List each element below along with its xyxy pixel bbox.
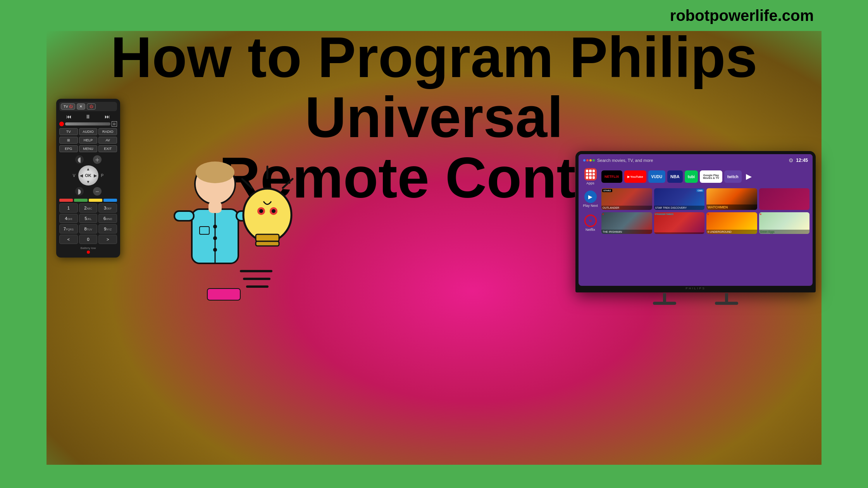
num-5[interactable]: 5JKL (79, 214, 98, 223)
svg-rect-7 (200, 227, 209, 234)
svg-line-13 (283, 179, 293, 188)
ok-button[interactable]: ▲ ▼ ◀ ▶ OK (78, 165, 98, 186)
netflix-icon: N (584, 215, 597, 227)
vudu-app[interactable]: VUDU (648, 170, 665, 183)
tubi-app[interactable]: tubi (685, 170, 698, 183)
svg-point-4 (213, 225, 217, 229)
google-play-app[interactable]: Google PlayMovies & TV (700, 170, 722, 183)
show-watchmen[interactable]: WATCHMEN (706, 188, 757, 210)
num-4[interactable]: 4GHI (59, 214, 78, 223)
svg-rect-8 (174, 211, 194, 221)
pause-button[interactable]: ⏸ (85, 113, 91, 120)
power-button[interactable]: ⏻ (87, 103, 96, 110)
volume-up-button[interactable]: ◖ (75, 155, 84, 164)
more-apps-button[interactable]: ▶ (744, 170, 754, 183)
epg-button[interactable]: EPG (59, 145, 78, 152)
right-arrow: ▶ (94, 174, 97, 178)
show-title-watchmen: WATCHMEN (706, 204, 757, 210)
apps-icon-block[interactable]: Apps (582, 168, 599, 185)
exit-button[interactable]: EXIT (98, 145, 117, 152)
nav-cluster: ◖ ＋ V ▲ ▼ ◀ ▶ OK P ◗ － (59, 155, 117, 196)
teletext-button[interactable]: ⊞ (112, 121, 117, 127)
settings-icon[interactable]: ⚙ (789, 157, 794, 163)
av-button[interactable]: AV (98, 137, 117, 144)
nav-bottom-row: ◗ － (75, 187, 102, 196)
show-irishman[interactable]: N THE IRISHMAN (601, 212, 652, 234)
help-button[interactable]: HELP (79, 137, 98, 144)
show-green-eggs[interactable]: N Green Eggs (759, 212, 810, 234)
tv-content-area: Apps NETFLIX ▶ YouTube VUDU NBA tubi Goo… (579, 167, 813, 235)
num-9[interactable]: 9XYZ (98, 224, 117, 234)
slider-row: ⊞ (59, 121, 117, 127)
svg-rect-16 (256, 241, 279, 246)
remote-control: TV ⏻ ✕ ⏻ ⏮ ⏸ ⏭ ⊞ TV AUDIO RADIO ⊞ HELP A… (56, 99, 120, 258)
subtitles-button[interactable]: ⊞ (59, 137, 78, 144)
netflix-badge-1: N (602, 213, 604, 215)
channel-up-button[interactable]: ＋ (93, 155, 102, 164)
grid-dot (586, 170, 589, 172)
netflix-app[interactable]: NETFLIX (601, 170, 622, 183)
channel-label: P (101, 174, 104, 178)
menu-button[interactable]: MENU (79, 145, 98, 152)
youtube-app[interactable]: ▶ YouTube (624, 170, 646, 183)
show-title-outlander: OUTLANDER (601, 206, 652, 210)
nba-app[interactable]: NBA (667, 170, 683, 183)
blue-button[interactable] (103, 199, 117, 202)
yellow-button[interactable] (89, 199, 102, 202)
function-row-3: EPG MENU EXIT (59, 145, 117, 152)
stand-leg-right (725, 293, 728, 302)
num-8[interactable]: 8TUV (79, 224, 98, 234)
show-thumbnails-row: STARZ OUTLANDER CBS STAR TREK DISCOVERY (601, 188, 809, 210)
svg-point-20 (272, 209, 276, 213)
tv-fn-button[interactable]: TV (59, 128, 78, 135)
audio-button[interactable]: AUDIO (79, 128, 98, 135)
play-next-block[interactable]: ▶ Play Next (582, 191, 599, 208)
search-placeholder: Search movies, TV, and more (597, 158, 653, 163)
num-3[interactable]: 3DEF (98, 203, 117, 213)
num-2[interactable]: 2ABC (79, 203, 98, 213)
show-stranger-things[interactable]: STRANGER THINGS (654, 212, 705, 234)
radio-button[interactable]: RADIO (98, 128, 117, 135)
battery-indicator (87, 251, 90, 254)
netflix-icon-block[interactable]: N Netflix (582, 215, 599, 232)
volume-down-button[interactable]: ◗ (75, 187, 84, 196)
num-6[interactable]: 6MNO (98, 214, 117, 223)
tv-screen: Search movies, TV, and more ⚙ 12:45 (579, 154, 813, 286)
battery-label: Battery low (59, 246, 117, 250)
tv-brand-label: PHILIPS (579, 287, 813, 290)
num-0[interactable]: 0 (79, 235, 98, 244)
green-button[interactable] (74, 199, 88, 202)
num-1[interactable]: 1 (59, 203, 78, 213)
nav-top-row: ◖ ＋ (75, 155, 102, 164)
forward-button[interactable]: > (98, 235, 117, 244)
bg-bottom-panel (0, 465, 868, 488)
slider-track[interactable] (65, 122, 110, 125)
stand-foot-right (715, 302, 738, 305)
show-placeholder[interactable] (759, 188, 810, 210)
fast-forward-button[interactable]: ⏭ (105, 113, 110, 120)
svg-rect-15 (256, 234, 279, 241)
grid-dot (586, 176, 589, 179)
red-button[interactable] (59, 199, 73, 202)
tv-search-bar[interactable]: Search movies, TV, and more (583, 158, 789, 163)
show-title-green-eggs: Green Eggs (759, 230, 810, 234)
netflix-badge-3: N (707, 213, 709, 215)
tv-bezel: Search movies, TV, and more ⚙ 12:45 (575, 151, 816, 292)
streaming-apps-list: NETFLIX ▶ YouTube VUDU NBA tubi Google P… (601, 170, 809, 183)
show-star-trek[interactable]: CBS STAR TREK DISCOVERY (654, 188, 705, 210)
rewind-button[interactable]: ⏮ (66, 113, 72, 120)
netflix-label: Netflix (586, 228, 595, 232)
mute-button[interactable]: ✕ (77, 103, 85, 110)
num-7[interactable]: 7PQRS (59, 224, 78, 234)
play-next-icon: ▶ (584, 191, 597, 203)
grid-dot (589, 176, 592, 179)
tv-button[interactable]: TV ⏻ (61, 103, 75, 110)
channel-down-button[interactable]: － (93, 187, 102, 196)
grid-dot (589, 170, 592, 172)
show-6-underground[interactable]: N 6 UNDERGROUND (706, 212, 757, 234)
twitch-app[interactable]: twitch (724, 170, 742, 183)
up-arrow: ▲ (86, 167, 90, 171)
show-outlander[interactable]: STARZ OUTLANDER (601, 188, 652, 210)
netflix-row: N Netflix N THE IRISHMAN STRA (582, 212, 809, 234)
back-button[interactable]: < (59, 235, 78, 244)
